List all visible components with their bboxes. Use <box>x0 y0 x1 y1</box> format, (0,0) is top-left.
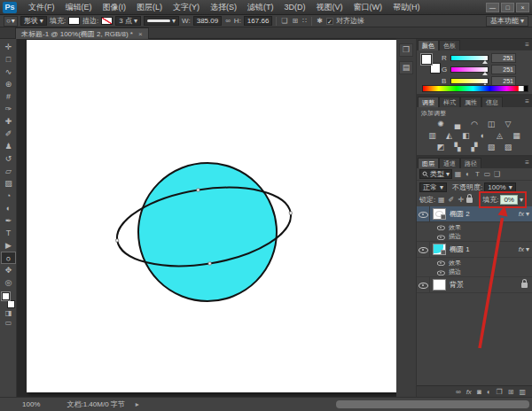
red-channel-value[interactable]: 251 <box>491 53 516 63</box>
eye-icon[interactable] <box>437 268 444 275</box>
properties-panel-icon[interactable]: ▤ <box>399 61 413 74</box>
foreground-color-swatch[interactable] <box>421 54 432 65</box>
filter-pixel-layers-icon[interactable]: ▦ <box>454 170 462 178</box>
layer-thumbnail[interactable] <box>433 208 446 220</box>
hue-saturation-icon[interactable]: ▥ <box>427 131 438 141</box>
tool-preset-picker[interactable]: ○ ▾ <box>4 16 18 27</box>
lock-all-icon[interactable] <box>466 198 473 203</box>
filter-smart-objects-icon[interactable]: ❑ <box>493 170 501 178</box>
lock-position-icon[interactable]: ✛ <box>457 196 465 204</box>
menu-help[interactable]: 帮助(H) <box>387 0 426 15</box>
marquee-tool[interactable]: □ <box>1 53 16 66</box>
visibility-toggle[interactable] <box>417 206 430 221</box>
add-mask-icon[interactable]: ◙ <box>477 388 481 396</box>
type-tool[interactable]: T <box>1 227 16 239</box>
black-white-icon[interactable]: ◧ <box>461 131 472 141</box>
slider-thumb[interactable] <box>482 60 488 64</box>
link-layers-icon[interactable]: ∞ <box>456 388 461 396</box>
layer-effects-badge[interactable]: fx▾ <box>519 210 529 218</box>
filter-kind-dropdown[interactable]: 类型 ▾ <box>419 169 452 179</box>
vibrance-icon[interactable]: ▽ <box>503 120 513 129</box>
layer-row-ellipse-1[interactable]: 椭圆 1 fx▾ <box>417 242 532 258</box>
brightness-contrast-icon[interactable]: ✺ <box>435 120 446 129</box>
selective-color-icon[interactable]: ▨ <box>503 143 513 152</box>
tab-channels[interactable]: 通道 <box>439 158 460 168</box>
menu-type[interactable]: 文字(Y) <box>168 0 205 15</box>
quick-selection-tool[interactable]: ⊛ <box>1 78 16 90</box>
shape-width-field[interactable]: 385.09 <box>193 16 222 26</box>
close-tab-icon[interactable]: × <box>138 29 143 39</box>
tab-adjustments[interactable]: 调整 <box>418 97 439 107</box>
gear-icon[interactable]: ✱ <box>316 17 324 25</box>
eraser-tool[interactable]: ▱ <box>1 165 16 177</box>
stroke-style-dropdown[interactable]: ▾ <box>144 16 179 26</box>
photo-filter-icon[interactable]: ◐ <box>478 131 489 141</box>
menu-window[interactable]: 窗口(W) <box>348 0 388 15</box>
workspace-switcher[interactable]: 基本功能 ▾ <box>486 16 528 27</box>
invert-icon[interactable]: ◩ <box>435 143 446 152</box>
zoom-tool[interactable]: ◎ <box>1 276 16 289</box>
color-spectrum-ramp[interactable] <box>422 85 528 92</box>
channel-mixer-icon[interactable]: ◬ <box>495 131 505 141</box>
panel-menu-icon[interactable]: ≡ <box>525 97 529 105</box>
tab-color[interactable]: 颜色 <box>418 40 439 50</box>
opacity-field[interactable]: 100% ▾ <box>484 182 515 192</box>
filter-shape-layers-icon[interactable]: ▭ <box>483 170 491 178</box>
menu-3d[interactable]: 3D(D) <box>279 0 311 15</box>
brush-tool[interactable]: ✐ <box>1 128 16 140</box>
stroke-width-field[interactable]: 3 点 ▾ <box>115 16 141 26</box>
quick-mask-icon[interactable]: ◨ <box>1 308 16 318</box>
stroke-swatch-none[interactable] <box>101 17 113 25</box>
foreground-background-widget[interactable] <box>421 54 441 74</box>
screen-mode-icon[interactable]: ▭ <box>1 318 16 328</box>
align-edges-checkbox[interactable]: ✓ <box>326 18 333 25</box>
layer-name[interactable]: 背景 <box>450 280 464 290</box>
maximize-button[interactable]: □ <box>501 3 514 12</box>
tab-swatches[interactable]: 色板 <box>439 40 460 50</box>
green-channel-value[interactable]: 251 <box>491 65 516 74</box>
panel-menu-icon[interactable]: ≡ <box>525 41 529 49</box>
layer-row-ellipse-2[interactable]: 椭圆 2 fx▾ <box>417 206 532 222</box>
fill-value-field[interactable]: 0% <box>500 195 518 205</box>
slider-thumb[interactable] <box>482 72 488 75</box>
link-dimensions-icon[interactable]: ∞ <box>224 17 231 25</box>
path-arrangement-icon[interactable]: ∷ <box>301 17 308 25</box>
pen-tool[interactable]: ✒ <box>1 214 16 227</box>
layer-thumbnail[interactable] <box>433 279 446 291</box>
path-alignment-icon[interactable]: ⊞ <box>292 17 300 25</box>
visibility-toggle[interactable] <box>417 277 430 292</box>
posterize-icon[interactable]: ▚ <box>452 143 463 152</box>
red-channel-slider[interactable] <box>450 55 489 61</box>
threshold-icon[interactable]: ▞ <box>469 143 480 152</box>
history-brush-tool[interactable]: ↺ <box>1 152 16 165</box>
eye-icon[interactable] <box>437 224 444 230</box>
menu-edit[interactable]: 编辑(E) <box>60 0 98 15</box>
layer-name[interactable]: 椭圆 1 <box>450 244 470 254</box>
effects-sub-row[interactable]: 效果 <box>417 258 532 268</box>
delete-layer-icon[interactable]: ▥ <box>519 388 526 396</box>
new-adjustment-layer-icon[interactable]: ◐ <box>487 388 491 396</box>
blur-tool[interactable]: ◔ <box>1 190 16 202</box>
menu-select[interactable]: 选择(S) <box>205 0 242 15</box>
crop-tool[interactable]: # <box>1 90 16 103</box>
path-selection-tool[interactable]: ▶ <box>1 239 16 252</box>
curves-icon[interactable]: ◠ <box>469 120 480 129</box>
stroke-effect-sub-row[interactable]: 描边 <box>417 268 532 277</box>
lock-image-icon[interactable]: ✐ <box>447 196 455 204</box>
color-balance-icon[interactable]: ◭ <box>444 131 455 141</box>
hand-tool[interactable]: ✥ <box>1 264 16 276</box>
green-channel-slider[interactable] <box>450 66 489 73</box>
layer-row-background[interactable]: 背景 <box>417 277 532 293</box>
healing-brush-tool[interactable]: ✚ <box>1 115 16 128</box>
menu-view[interactable]: 视图(V) <box>311 0 348 15</box>
lasso-tool[interactable]: ∿ <box>1 66 16 78</box>
blue-channel-slider[interactable] <box>450 78 489 84</box>
eye-icon[interactable] <box>437 233 444 239</box>
panel-menu-icon[interactable]: ≡ <box>525 159 529 167</box>
shape-height-field[interactable]: 167.66 <box>244 16 272 26</box>
path-operations-icon[interactable]: ❏ <box>280 17 288 25</box>
stroke-effect-sub-row[interactable]: 描边 <box>417 232 532 242</box>
new-group-icon[interactable]: ❐ <box>497 388 503 396</box>
new-layer-icon[interactable]: ⊞ <box>508 388 514 396</box>
levels-icon[interactable]: ▄ <box>452 120 463 129</box>
